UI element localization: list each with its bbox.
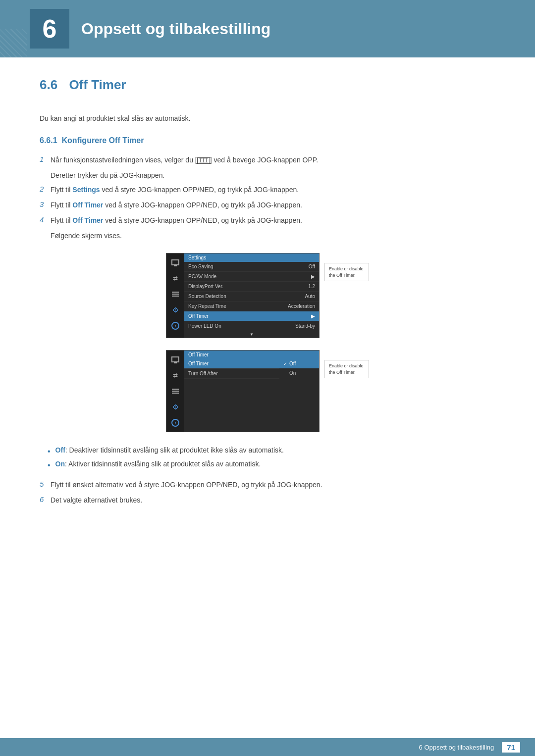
tooltip-2: Enable or disable the Off Timer. — [324, 360, 369, 378]
step-1: 1 Når funksjonstastveiledningen vises, v… — [40, 155, 495, 165]
subsection-title: 6.6.1 Konfigurere Off Timer — [40, 136, 495, 145]
icon-gear-active-2: ⚙ — [170, 402, 180, 412]
submenu-popup: ✓ Off ✓ On — [279, 359, 319, 379]
screenshot-2-row: ⇄ ⚙ i Off Timer — [166, 350, 369, 432]
menu-item-offtimer-2: Off Timer — [184, 359, 279, 369]
screenshot-1: ⇄ ⚙ i Settings Eco SavingO — [166, 253, 320, 338]
menu-title-1: Settings — [184, 253, 319, 262]
chapter-number: 6 — [43, 14, 57, 44]
main-content: 6.6 Off Timer Du kan angi at produktet s… — [0, 57, 535, 557]
chapter-number-box: 6 — [30, 9, 69, 49]
page-footer: 6 Oppsett og tilbakestilling 71 — [0, 738, 535, 756]
step-3: 3 Flytt til Off Timer ved å styre JOG-kn… — [40, 200, 495, 210]
icon-lines — [170, 289, 180, 299]
submenu-container: Off Timer Turn Off After ✓ Off — [184, 359, 319, 379]
chapter-title: Oppsett og tilbakestilling — [81, 20, 270, 38]
icon-arrows-2: ⇄ — [170, 370, 180, 380]
screenshot-1-row: ⇄ ⚙ i Settings Eco SavingO — [166, 253, 369, 338]
section-title: 6.6 Off Timer — [40, 77, 126, 93]
menu-item-turnoff: Turn Off After — [184, 369, 279, 379]
menu-item-eco: Eco SavingOff — [184, 262, 319, 272]
icon-lines-2 — [170, 386, 180, 396]
steps-list: 1 Når funksjonstastveiledningen vises, v… — [40, 155, 495, 241]
menu-item-displayport: DisplayPort Ver.1.2 — [184, 282, 319, 292]
icon-info-2: i — [170, 418, 180, 428]
step-2: 2 Flytt til Settings ved å styre JOG-kna… — [40, 185, 495, 195]
page-number: 71 — [502, 742, 520, 753]
menu-arrow-down-1: ▼ — [184, 331, 319, 338]
menu-area-2: Off Timer Off Timer Turn Off After — [184, 351, 319, 432]
screenshot-2: ⇄ ⚙ i Off Timer — [166, 350, 320, 432]
footer-text: 6 Oppsett og tilbakestilling — [419, 744, 494, 751]
icon-info-1: i — [170, 321, 180, 331]
menu-title-2: Off Timer — [184, 351, 319, 359]
tooltip-1: Enable or disable the Off Timer. — [324, 263, 369, 281]
step-6: 6 Det valgte alternativet brukes. — [40, 495, 495, 505]
menu-item-keyrepeat: Key Repeat TimeAcceleration — [184, 302, 319, 311]
menu-item-powerled: Power LED OnStand-by — [184, 321, 319, 331]
icon-arrows: ⇄ — [170, 273, 180, 283]
step-1-subtext: Deretter trykker du på JOG-knappen. — [51, 170, 495, 181]
bullet-list: • Off: Deaktiver tidsinnstilt avslåing s… — [48, 446, 495, 470]
icon-monitor-2 — [170, 354, 180, 364]
screenshots-area: ⇄ ⚙ i Settings Eco SavingO — [40, 253, 495, 432]
main-menu-2: Off Timer Turn Off After — [184, 359, 279, 379]
step-5: 5 Flytt til ønsket alternativ ved å styr… — [40, 480, 495, 490]
icon-gear-active-1: ⚙ — [170, 305, 180, 315]
step-4: 4 Flytt til Off Timer ved å styre JOG-kn… — [40, 215, 495, 226]
intro-text: Du kan angi at produktet skal slås av au… — [40, 114, 495, 122]
sidebar-icons-1: ⇄ ⚙ i — [166, 253, 184, 338]
icon-monitor — [170, 257, 180, 267]
bullet-on: • On: Aktiver tidsinnstilt avslåing slik… — [48, 460, 495, 470]
menu-item-offtimer: Off Timer▶ — [184, 311, 319, 321]
menu-item-source: Source DetectionAuto — [184, 292, 319, 302]
menu-area-1: Settings Eco SavingOff PC/AV Mode▶ Displ… — [184, 253, 319, 338]
steps-after: 5 Flytt til ønsket alternativ ved å styr… — [40, 480, 495, 505]
menu-item-pcav: PC/AV Mode▶ — [184, 272, 319, 282]
step-4-subtext: Følgende skjerm vises. — [51, 231, 495, 241]
submenu-on: ✓ On — [279, 368, 319, 378]
bullet-off: • Off: Deaktiver tidsinnstilt avslåing s… — [48, 446, 495, 456]
sidebar-icons-2: ⇄ ⚙ i — [166, 351, 184, 432]
page-header: 6 Oppsett og tilbakestilling — [0, 0, 535, 57]
submenu-off: ✓ Off — [279, 359, 319, 368]
